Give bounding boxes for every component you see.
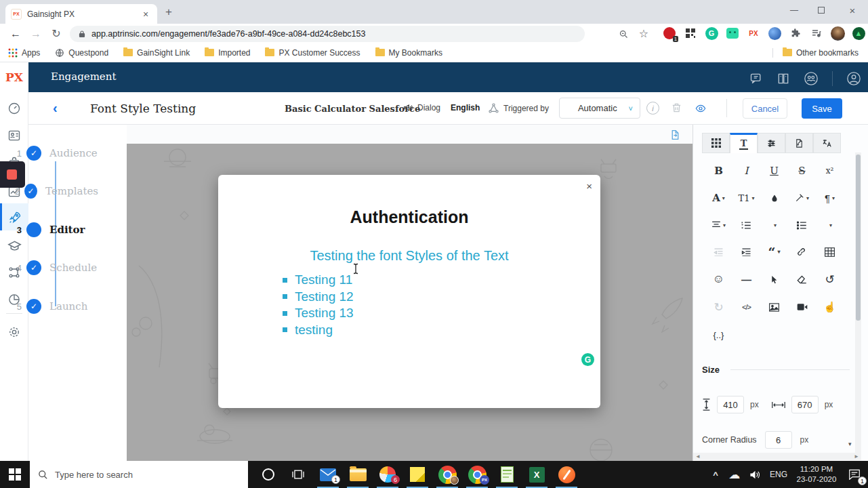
tab-template-doc[interactable] (785, 133, 813, 153)
px-logo[interactable]: PX (0, 62, 28, 92)
url-text[interactable]: app.aptrinsic.com/engagement/fe3ade76-a9… (91, 29, 365, 39)
chat-icon[interactable] (749, 72, 763, 85)
step-audience[interactable]: 1 ✓ Audience (0, 145, 98, 161)
italic-button[interactable]: I (732, 161, 760, 181)
update-extension-icon[interactable]: ▲ (850, 25, 867, 41)
action-center-icon[interactable]: 1 (841, 461, 868, 488)
unordered-list-caret[interactable]: ▾ (816, 215, 844, 235)
scroll-down-arrow[interactable]: ▾ (848, 441, 852, 447)
sidebar-dashboard-icon[interactable] (0, 96, 28, 121)
step-editor[interactable]: 3 Editor (0, 222, 98, 238)
bookmark-folder-px-customer-success[interactable]: PX Customer Success (265, 48, 360, 58)
trigger-select[interactable]: Automatic ˅ (559, 98, 640, 119)
align-button[interactable]: ▾ (705, 215, 732, 235)
export-doc-icon[interactable] (669, 129, 681, 141)
panel-scrollbar-thumb[interactable] (856, 155, 861, 321)
cancel-button[interactable]: Cancel (743, 98, 787, 119)
superscript-button[interactable]: x² (816, 161, 844, 181)
bookmark-folder-gainsight-link[interactable]: GainSight Link (123, 48, 190, 58)
list-item[interactable]: Testing 12 (283, 289, 354, 306)
grammarly-badge[interactable]: G (581, 353, 594, 366)
screenshot-app-icon[interactable] (552, 461, 581, 488)
tab-close-icon[interactable]: × (140, 9, 152, 20)
sticky-notes-icon[interactable] (402, 461, 432, 488)
select-cursor-icon[interactable] (760, 269, 788, 289)
pinned-app-icon[interactable]: 6 (373, 461, 402, 488)
sidebar-accounts-icon[interactable] (0, 123, 28, 148)
link-icon[interactable] (788, 242, 816, 262)
qr-extension-icon[interactable] (682, 25, 699, 41)
height-input[interactable] (717, 396, 744, 413)
back-icon[interactable]: ← (5, 28, 26, 40)
insert-image-icon[interactable] (760, 297, 788, 317)
emoticon-button[interactable]: ☺ (705, 269, 732, 289)
window-close-button[interactable]: × (839, 0, 866, 20)
panel-horizontal-scrollbar[interactable]: ◄ ► (693, 453, 861, 460)
task-view-icon[interactable] (283, 461, 313, 488)
tab-localization[interactable] (813, 133, 841, 153)
window-minimize-button[interactable]: — (781, 0, 808, 20)
scroll-right-arrow[interactable]: ► (854, 453, 859, 460)
notes-app-icon[interactable] (492, 461, 522, 488)
recorder-stop-icon[interactable] (7, 169, 17, 180)
tab-text[interactable]: T (730, 133, 758, 153)
step-launch[interactable]: 5 ✓ Launch (0, 298, 98, 314)
preview-eye-icon[interactable] (694, 103, 707, 114)
variables-button[interactable]: {..} (705, 325, 732, 345)
eraser-icon[interactable] (788, 269, 816, 289)
tab-layout-grid[interactable] (702, 133, 730, 153)
format-painter-icon[interactable]: ▾ (788, 188, 816, 208)
other-bookmarks[interactable]: Other bookmarks (772, 48, 859, 58)
profile-avatar[interactable] (829, 25, 846, 41)
tab-settings-sliders[interactable] (758, 133, 785, 153)
outdent-button[interactable] (705, 242, 732, 262)
bookmark-star-icon[interactable]: ☆ (636, 24, 652, 42)
dialog-close-icon[interactable]: × (586, 180, 592, 192)
px-extension-icon[interactable]: PX (745, 25, 762, 41)
list-item[interactable]: Testing 13 (283, 305, 354, 322)
apps-shortcut[interactable]: Apps (8, 48, 40, 58)
knowledge-base-icon[interactable] (777, 72, 790, 85)
playlist-icon[interactable] (808, 25, 825, 41)
zoom-icon[interactable] (615, 26, 632, 42)
back-chevron-icon[interactable]: ‹ (53, 100, 58, 116)
scroll-left-arrow[interactable]: ◄ (695, 453, 701, 460)
undo-icon[interactable]: ↺ (816, 269, 844, 289)
step-schedule[interactable]: 4 ✓ Schedule (0, 260, 98, 276)
language-label[interactable]: English (451, 103, 480, 113)
interaction-hand-icon[interactable]: ☝ (816, 297, 844, 317)
bookmark-folder-my-bookmarks[interactable]: My Bookmarks (375, 48, 442, 58)
chrome-taskbar-icon[interactable] (432, 461, 462, 488)
width-input[interactable] (791, 396, 819, 413)
cortana-icon[interactable] (253, 461, 283, 488)
dialog-heading[interactable]: Authentication (218, 207, 600, 227)
list-item[interactable]: Testing 11 (283, 272, 354, 289)
insert-video-icon[interactable] (788, 297, 816, 317)
start-button[interactable] (0, 461, 30, 488)
sidebar-settings-icon[interactable] (0, 320, 28, 344)
font-color-button[interactable]: A▾ (705, 188, 732, 208)
community-icon[interactable] (804, 71, 819, 86)
redo-icon[interactable]: ↻ (705, 297, 732, 317)
table-icon[interactable] (816, 242, 844, 262)
engagement-dialog[interactable]: × Authentication Testing the font Styles… (218, 175, 600, 408)
corner-radius-input[interactable] (765, 431, 792, 449)
engagement-title[interactable]: Font Style Testing (90, 102, 196, 115)
adblock-extension-icon[interactable]: 1 (661, 25, 678, 41)
strikethrough-button[interactable]: S (788, 161, 816, 181)
browser-tab[interactable]: PX Gainsight PX × (5, 4, 157, 24)
volume-icon[interactable] (745, 470, 765, 480)
excel-icon[interactable]: X (522, 461, 552, 488)
clock[interactable]: 11:20 PM 23-07-2020 (792, 464, 841, 485)
ordered-list-button[interactable] (732, 215, 760, 235)
list-item[interactable]: testing (283, 322, 354, 339)
delete-icon[interactable] (671, 102, 682, 114)
font-size-button[interactable]: T1▾ (732, 188, 760, 208)
omnibox[interactable]: app.aptrinsic.com/engagement/fe3ade76-a9… (70, 26, 585, 42)
paragraph-button[interactable]: ¶▾ (816, 188, 844, 208)
dialog-bullet-list[interactable]: Testing 11 Testing 12 Testing 13 testing (283, 272, 354, 338)
grammarly-extension-icon[interactable]: G (703, 25, 720, 41)
code-view-button[interactable]: </> (732, 297, 760, 317)
reload-icon[interactable]: ↻ (46, 27, 66, 40)
underline-button[interactable]: U (760, 161, 788, 181)
